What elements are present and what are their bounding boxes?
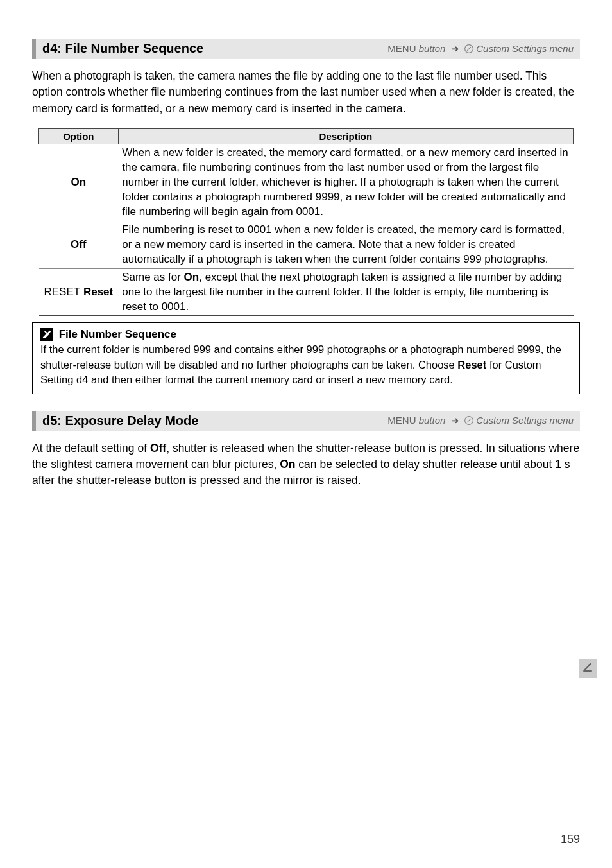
note-title: File Number Sequence (40, 328, 572, 341)
warn-icon (40, 328, 53, 341)
reset-desc-pre: Same as for (122, 271, 183, 283)
reset-prefix-label: RESET (44, 286, 81, 298)
menu-button-label: MENU (387, 415, 416, 426)
pencil-icon (464, 43, 476, 54)
description-cell-reset: Same as for On, except that the next pho… (118, 268, 573, 316)
section-title-d4: d4: File Number Sequence (42, 41, 203, 56)
svg-rect-2 (583, 670, 592, 672)
reset-desc-bold: On (184, 271, 200, 283)
option-cell-on: On (39, 144, 119, 221)
note-body-bold: Reset (457, 359, 486, 370)
option-cell-reset: RESET Reset (39, 268, 119, 316)
svg-point-3 (590, 663, 591, 665)
pencil-icon (464, 415, 476, 426)
section-body-d4: When a photograph is taken, the camera n… (32, 68, 580, 117)
col-header-option: Option (39, 129, 119, 144)
note-body: If the current folder is numbered 999 an… (40, 342, 572, 386)
side-tab-icon (579, 659, 597, 678)
col-header-description: Description (118, 129, 573, 144)
options-table-d4: Option Description On When a new folder … (38, 128, 574, 316)
note-title-text: File Number Sequence (59, 328, 176, 340)
table-row: On When a new folder is created, the mem… (39, 144, 574, 221)
d5-body-pre: At the default setting of (32, 442, 150, 455)
section-header-d5: d5: Exposure Delay Mode MENU button ➜ Cu… (32, 411, 580, 431)
arrow-icon: ➜ (451, 43, 459, 54)
table-row: RESET Reset Same as for On, except that … (39, 268, 574, 316)
menu-hint: button (419, 43, 446, 54)
section-title-d5: d5: Exposure Delay Mode (42, 413, 198, 428)
section-header-d4: d4: File Number Sequence MENU button ➜ C… (32, 39, 580, 59)
section-meta-d5: MENU button ➜ Custom Settings menu (387, 415, 574, 426)
menu-dest: Custom Settings menu (476, 415, 574, 426)
note-box-d4: File Number Sequence If the current fold… (32, 322, 580, 394)
section-body-d5: At the default setting of Off, shutter i… (32, 440, 580, 489)
section-meta-d4: MENU button ➜ Custom Settings menu (387, 43, 574, 55)
d5-body-bold1: Off (150, 442, 166, 455)
arrow-icon: ➜ (451, 415, 459, 426)
description-cell-on: When a new folder is created, the memory… (118, 144, 573, 221)
menu-hint: button (419, 415, 446, 426)
option-cell-off: Off (39, 221, 119, 268)
menu-button-label: MENU (387, 43, 416, 54)
table-header-row: Option Description (39, 129, 574, 144)
reset-option-label: Reset (83, 286, 113, 298)
menu-dest: Custom Settings menu (476, 43, 574, 54)
table-row: Off File numbering is reset to 0001 when… (39, 221, 574, 268)
d5-body-bold2: On (280, 458, 295, 471)
description-cell-off: File numbering is reset to 0001 when a n… (118, 221, 573, 268)
page-number: 159 (561, 833, 580, 846)
